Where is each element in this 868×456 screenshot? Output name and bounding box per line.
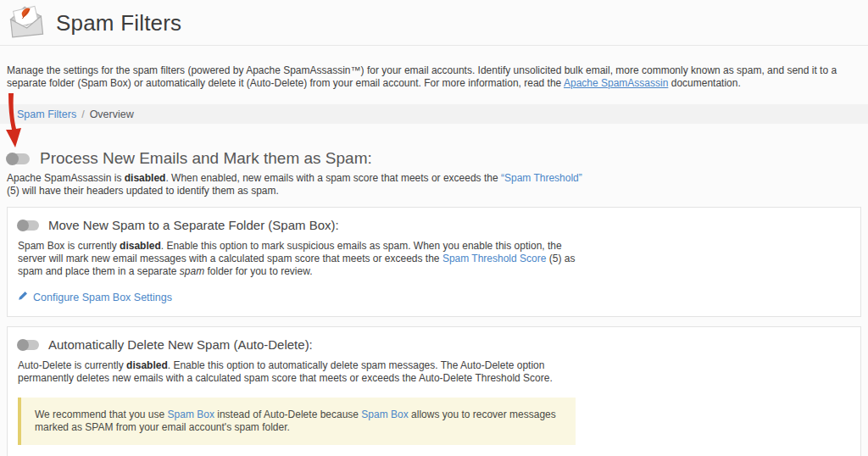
spam-threshold-link[interactable]: “Spam Threshold”: [501, 172, 582, 184]
spamassassin-toggle[interactable]: [7, 153, 30, 164]
apache-spamassassin-link[interactable]: Apache SpamAssassin: [564, 77, 668, 89]
spam-box-card: Move New Spam to a Separate Folder (Spam…: [7, 207, 861, 317]
note-text-pre: We recommend that you use: [35, 409, 168, 420]
spamassassin-desc-mid: . When enabled, new emails with a spam s…: [165, 172, 501, 184]
note-spam-box-link-1[interactable]: Spam Box: [168, 409, 214, 420]
spamassassin-description: Apache SpamAssassin is disabled. When en…: [7, 172, 585, 197]
spamassassin-desc-post: (5) will have their headers updated to i…: [7, 185, 279, 197]
spamassassin-section: Process New Emails and Mark them as Spam…: [0, 124, 868, 197]
spamassassin-desc-pre: Apache SpamAssassin is: [7, 172, 125, 184]
intro-description: Manage the settings for the spam filters…: [0, 56, 868, 90]
auto-delete-card: Automatically Delete New Spam (Auto-Dele…: [7, 326, 861, 456]
auto-delete-desc-disabled: disabled: [126, 359, 168, 371]
auto-delete-toggle[interactable]: [18, 340, 39, 350]
intro-text-post: documentation.: [668, 77, 740, 89]
breadcrumb: Spam Filters/Overview: [0, 104, 868, 124]
page-header: Spam Filters: [0, 0, 868, 46]
pencil-icon: [18, 291, 28, 303]
note-text-mid: instead of Auto-Delete because: [214, 409, 361, 420]
spam-threshold-score-link[interactable]: Spam Threshold Score: [442, 253, 547, 264]
spam-box-description: Spam Box is currently disabled. Enable t…: [18, 240, 586, 278]
spam-box-desc-spam-italic: spam: [180, 265, 204, 277]
spamassassin-heading: Process New Emails and Mark them as Spam…: [40, 149, 372, 168]
note-spam-box-link-2[interactable]: Spam Box: [361, 409, 408, 420]
auto-delete-desc-pre: Auto-Delete is currently: [18, 359, 126, 371]
breadcrumb-spam-filters-link[interactable]: Spam Filters: [17, 108, 76, 120]
auto-delete-description: Auto-Delete is currently disabled. Enabl…: [18, 359, 586, 385]
red-annotation-arrow-icon: [5, 93, 24, 153]
spam-filters-envelope-icon: [8, 3, 46, 42]
configure-spam-box-settings-link[interactable]: Configure Spam Box Settings: [18, 291, 172, 303]
spam-box-desc-pre: Spam Box is currently: [18, 240, 120, 252]
breadcrumb-separator: /: [81, 108, 84, 120]
spam-box-recommendation-note: We recommend that you use Spam Box inste…: [18, 398, 576, 445]
breadcrumb-current-overview: Overview: [90, 108, 134, 120]
spam-box-desc-post: folder for you to review.: [204, 265, 312, 277]
spamassassin-desc-disabled: disabled: [125, 172, 166, 184]
spam-box-desc-disabled: disabled: [120, 240, 161, 252]
spam-box-heading: Move New Spam to a Separate Folder (Spam…: [48, 218, 339, 232]
page-title: Spam Filters: [56, 10, 181, 36]
spam-box-toggle[interactable]: [18, 220, 39, 231]
auto-delete-heading: Automatically Delete New Spam (Auto-Dele…: [48, 337, 313, 352]
configure-spam-box-settings-label: Configure Spam Box Settings: [33, 292, 172, 303]
